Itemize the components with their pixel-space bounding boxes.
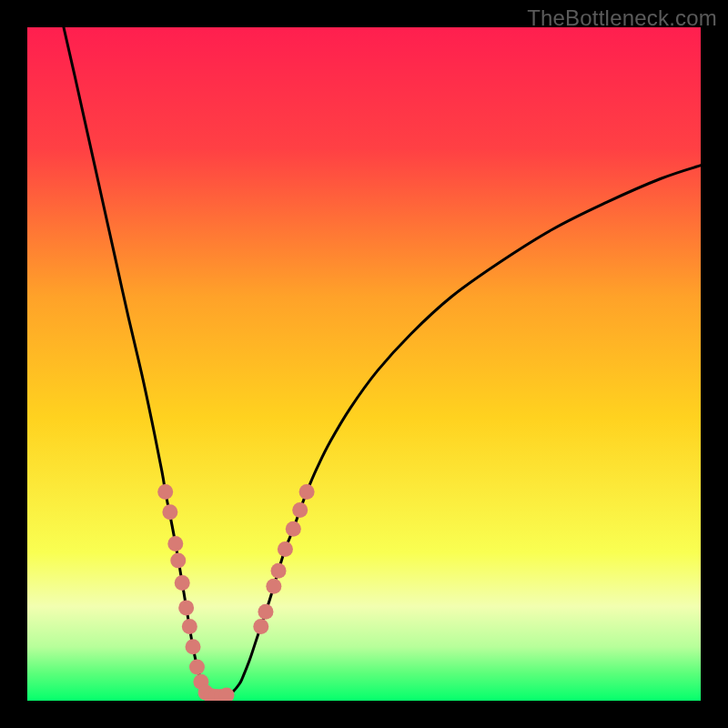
curve-marker — [299, 484, 315, 500]
curve-marker — [253, 619, 268, 634]
curve-marker — [292, 502, 308, 518]
watermark-text: TheBottleneck.com — [527, 5, 717, 31]
curve-marker — [186, 639, 201, 654]
chart-canvas: TheBottleneck.com — [0, 0, 728, 728]
curve-marker — [167, 536, 183, 551]
curve-marker — [175, 575, 190, 591]
curve-marker — [266, 579, 281, 594]
curve-marker — [278, 541, 293, 557]
curve-marker — [178, 600, 194, 615]
curve-marker — [162, 504, 177, 520]
plot-area — [27, 27, 701, 701]
curve-marker — [286, 521, 301, 537]
curve-marker — [271, 563, 287, 579]
curve-marker — [189, 660, 205, 675]
curve-layer — [27, 27, 701, 701]
curve-marker — [182, 619, 197, 634]
curve-marker — [170, 553, 186, 569]
curve-markers — [157, 484, 314, 701]
curve-marker — [258, 604, 273, 620]
curve-marker — [157, 484, 173, 500]
bottleneck-curve — [64, 27, 701, 697]
